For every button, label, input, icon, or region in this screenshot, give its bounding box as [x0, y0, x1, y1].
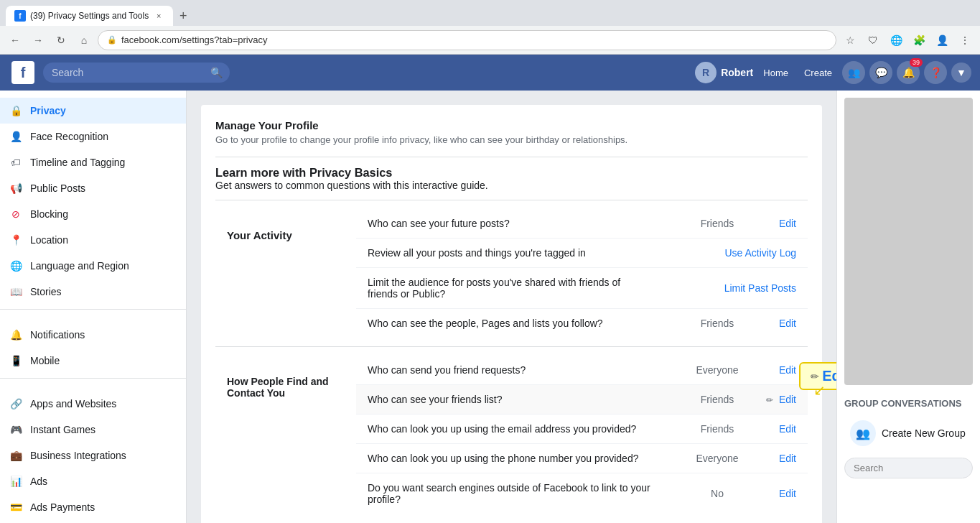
user-profile-button[interactable]: R Robert: [695, 62, 753, 83]
group-icon: 👥: [850, 420, 876, 446]
create-nav-button[interactable]: Create: [798, 68, 838, 78]
sidebar-item-privacy[interactable]: 🔒 Privacy: [0, 98, 186, 124]
messenger-nav-button[interactable]: 💬: [869, 61, 892, 84]
sidebar-item-stories[interactable]: 📖 Stories: [0, 279, 186, 305]
shield-icon: 🛡: [864, 31, 882, 50]
new-tab-button[interactable]: +: [173, 6, 193, 26]
bookmark-button[interactable]: ☆: [841, 31, 859, 50]
edit-search-engines-link[interactable]: Edit: [779, 488, 796, 499]
dropdown-nav-button[interactable]: ▼: [951, 63, 971, 83]
sidebar-item-instant-games[interactable]: 🎮 Instant Games: [0, 417, 186, 443]
row-value: Friends: [681, 218, 753, 229]
sidebar-item-blocking[interactable]: ⊘ Blocking: [0, 201, 186, 227]
sidebar-item-public-posts[interactable]: 📢 Public Posts: [0, 175, 186, 201]
sidebar-label-language: Language and Region: [30, 260, 129, 272]
table-row: Who can see the people, Pages and lists …: [356, 309, 808, 338]
row-desc: Do you want search engines outside of Fa…: [368, 482, 681, 505]
activity-log-link[interactable]: Use Activity Log: [724, 247, 796, 259]
menu-button[interactable]: ⋮: [956, 31, 974, 50]
language-icon: 🌐: [9, 259, 23, 273]
sidebar-label-business: Business Integrations: [30, 450, 126, 461]
apps-icon: 🔗: [9, 397, 23, 411]
sidebar-item-location[interactable]: 📍 Location: [0, 227, 186, 253]
row-action: Edit: [753, 218, 796, 229]
sidebar-item-face-recognition[interactable]: 👤 Face Recognition: [0, 124, 186, 149]
notifications-nav-button[interactable]: 🔔 39: [897, 61, 920, 84]
sidebar-item-mobile[interactable]: 📱 Mobile: [0, 348, 186, 374]
tab-favicon: f: [14, 10, 26, 22]
public-posts-icon: 📢: [9, 181, 23, 195]
extensions-icon[interactable]: 🧩: [910, 31, 928, 50]
right-panel-placeholder: [844, 98, 973, 385]
row-desc: Who can send you friend requests?: [368, 364, 681, 376]
sidebar-label-blocking: Blocking: [30, 208, 68, 220]
search-input[interactable]: [52, 67, 208, 78]
sidebar-item-language-region[interactable]: 🌐 Language and Region: [0, 253, 186, 279]
address-text: facebook.com/settings?tab=privacy: [121, 34, 267, 45]
table-row: Who can see your future posts? Friends E…: [356, 209, 808, 239]
limit-past-posts-link[interactable]: Limit Past Posts: [724, 282, 796, 294]
vpn-icon: 🌐: [887, 31, 905, 50]
blocking-icon: ⊘: [9, 207, 23, 221]
edit-link[interactable]: Edit: [779, 218, 796, 229]
row-desc: Who can see your future posts?: [368, 218, 681, 229]
edit-friends-list-link[interactable]: Edit: [779, 394, 796, 405]
privacy-icon: 🔒: [9, 103, 23, 118]
search-icon: 🔍: [210, 67, 223, 78]
sidebar-label-public-posts: Public Posts: [30, 182, 85, 194]
sidebar-label-apps: Apps and Websites: [30, 398, 116, 409]
games-icon: 🎮: [9, 422, 23, 437]
home-button[interactable]: ⌂: [75, 31, 93, 50]
sidebar-label-ads-payments: Ads Payments: [30, 501, 95, 513]
tab-close-button[interactable]: ×: [153, 10, 164, 22]
table-row: Who can send you friend requests? Everyo…: [356, 356, 808, 385]
back-button[interactable]: ←: [6, 31, 24, 50]
refresh-button[interactable]: ↻: [52, 31, 70, 50]
sidebar-item-timeline-tagging[interactable]: 🏷 Timeline and Tagging: [0, 149, 186, 175]
edit-link[interactable]: Edit: [779, 318, 796, 329]
browser-tab[interactable]: f (39) Privacy Settings and Tools ×: [6, 6, 173, 26]
edit-friend-requests-link[interactable]: Edit: [779, 364, 796, 376]
manage-profile-section: Manage Your Profile Go to your profile t…: [215, 119, 808, 145]
sidebar-item-notifications[interactable]: 🔔 Notifications: [0, 322, 186, 348]
group-search-input[interactable]: [844, 458, 973, 478]
sidebar-label-privacy: Privacy: [30, 105, 66, 116]
home-nav-button[interactable]: Home: [757, 68, 794, 78]
row-action: Edit: [753, 318, 796, 329]
tab-title: (39) Privacy Settings and Tools: [30, 11, 149, 21]
row-action: Use Activity Log: [724, 247, 796, 259]
manage-profile-title: Manage Your Profile: [215, 119, 808, 131]
edit-phone-link[interactable]: Edit: [779, 453, 796, 464]
sidebar-item-ads[interactable]: 📊 Ads: [0, 468, 186, 494]
username-label: Robert: [721, 67, 753, 78]
sidebar-label-face-recognition: Face Recognition: [30, 131, 108, 142]
sidebar-item-facebook-pay[interactable]: 💰 Facebook Pay: [0, 520, 186, 523]
row-value: No: [681, 488, 753, 499]
face-recognition-icon: 👤: [9, 129, 23, 144]
notifications-icon: 🔔: [9, 328, 23, 342]
row-value: Friends: [681, 394, 753, 405]
row-desc: Who can look you up using the email addr…: [368, 423, 681, 435]
help-nav-button[interactable]: ❓: [924, 61, 947, 84]
fb-logo-img: f: [11, 61, 34, 84]
create-new-group-button[interactable]: 👥 Create New Group: [844, 415, 973, 452]
forward-button[interactable]: →: [29, 31, 47, 50]
settings-sidebar: 🔒 Privacy 👤 Face Recognition 🏷 Timeline …: [0, 91, 187, 523]
sidebar-item-apps-websites[interactable]: 🔗 Apps and Websites: [0, 391, 186, 417]
ads-icon: 📊: [9, 474, 23, 489]
edit-email-link[interactable]: Edit: [779, 423, 796, 435]
privacy-settings-card: Manage Your Profile Go to your profile t…: [201, 105, 822, 523]
right-panel: GROUP CONVERSATIONS 👥 Create New Group: [836, 91, 980, 523]
table-row: Who can look you up using the email addr…: [356, 415, 808, 444]
sidebar-item-ads-payments[interactable]: 💳 Ads Payments: [0, 494, 186, 520]
profile-icon[interactable]: 👤: [933, 31, 951, 50]
business-icon: 💼: [9, 448, 23, 463]
stories-icon: 📖: [9, 284, 23, 299]
facebook-logo[interactable]: f: [9, 58, 37, 87]
avatar: R: [695, 62, 717, 83]
address-bar[interactable]: 🔒 facebook.com/settings?tab=privacy: [98, 30, 836, 50]
ads-payments-icon: 💳: [9, 500, 23, 514]
search-container: 🔍: [43, 63, 230, 83]
sidebar-item-business-integrations[interactable]: 💼 Business Integrations: [0, 443, 186, 468]
friends-nav-button[interactable]: 👥: [842, 61, 865, 84]
